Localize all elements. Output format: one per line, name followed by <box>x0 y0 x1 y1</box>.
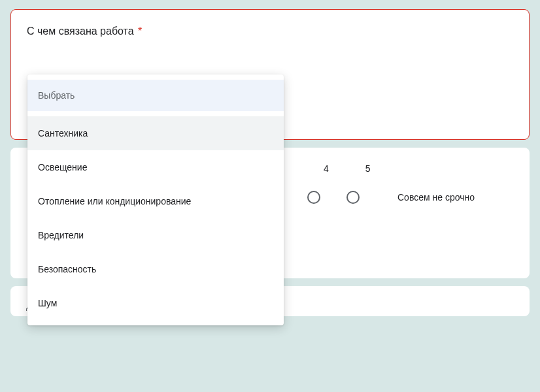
dropdown-option-hvac[interactable]: Отопление или кондиционирование <box>27 184 284 218</box>
radio-option-4[interactable] <box>307 191 320 204</box>
dropdown-option-pests[interactable]: Вредители <box>27 218 284 252</box>
scale-number-4: 4 <box>324 163 329 174</box>
dropdown-option-noise[interactable]: Шум <box>27 286 284 320</box>
scale-end-label: Совсем не срочно <box>397 192 475 203</box>
dropdown-option-security[interactable]: Безопасность <box>27 252 284 286</box>
question-label: С чем связана работа <box>27 25 134 37</box>
question-label-row: С чем связана работа * <box>27 25 513 37</box>
dropdown-option-lighting[interactable]: Освещение <box>27 150 284 184</box>
radio-option-5[interactable] <box>346 191 360 204</box>
dropdown-popup: Выбрать Сантехника Освещение Отопление и… <box>27 74 284 325</box>
dropdown-placeholder-option[interactable]: Выбрать <box>27 80 284 111</box>
dropdown-option-plumbing[interactable]: Сантехника <box>27 116 284 150</box>
scale-number-5: 5 <box>365 163 371 174</box>
required-indicator: * <box>138 25 142 37</box>
